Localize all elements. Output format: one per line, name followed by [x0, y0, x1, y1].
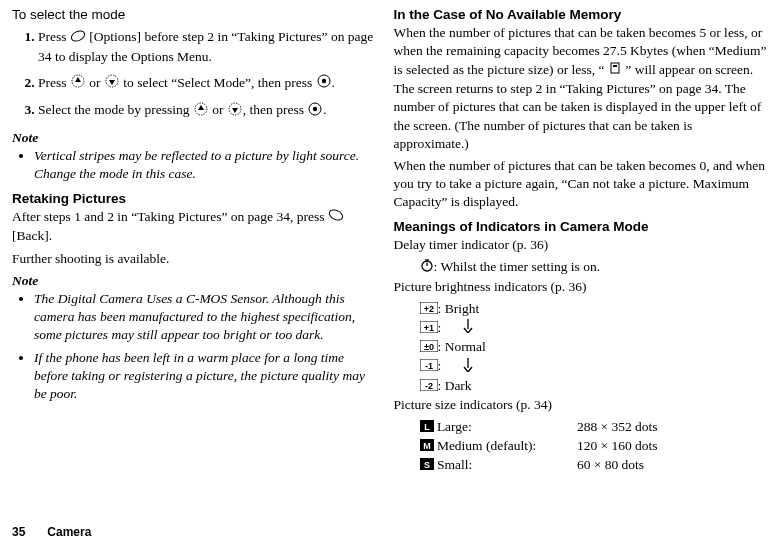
brightness-indicators: +2: Bright +1: ±0: Normal -1: -2: Dark	[394, 300, 768, 396]
nomem-p1: When the number of pictures that can be …	[394, 24, 768, 153]
svg-rect-10	[611, 63, 619, 73]
brightness-p2-icon: +2	[420, 301, 438, 319]
timer-icon	[420, 258, 434, 277]
bright-label-normal: : Normal	[438, 339, 486, 354]
softkey-right-icon	[70, 29, 86, 48]
note-heading-1: Note	[12, 129, 376, 147]
size-small-icon: S	[420, 457, 434, 475]
retake-p2: Further shooting is available.	[12, 250, 376, 268]
size-row-small: S Small:60 × 80 dots	[420, 456, 768, 475]
size-line: Picture size indicators (p. 34)	[394, 396, 768, 414]
svg-text:S: S	[423, 460, 429, 470]
size-medium-val: 120 × 160 dots	[577, 438, 658, 453]
brightness-0-icon: ±0	[420, 339, 438, 357]
section-name: Camera	[47, 525, 91, 539]
bright-row-m2: -2: Dark	[420, 377, 768, 396]
nomem-p2: When the number of pictures that can be …	[394, 157, 768, 212]
size-large-name: Large:	[437, 418, 577, 436]
step-1: Press [Options] before step 2 in “Taking…	[38, 28, 376, 66]
bright-label-mid2: :	[438, 358, 442, 373]
retaking-heading: Retaking Pictures	[12, 190, 376, 208]
bright-label-dark: : Dark	[438, 378, 472, 393]
svg-point-4	[321, 79, 325, 83]
svg-point-8	[313, 107, 317, 111]
size-large-icon: L	[420, 419, 434, 437]
brightness-m1-icon: -1	[420, 358, 438, 376]
svg-text:+1: +1	[423, 322, 433, 332]
step2-or: or	[86, 75, 104, 90]
indicators-heading: Meanings of Indicators in Camera Mode	[394, 218, 768, 236]
svg-point-9	[328, 208, 344, 222]
step-3: Select the mode by pressing or , then pr…	[38, 101, 376, 121]
retake-p1: After steps 1 and 2 in “Taking Pictures”…	[12, 208, 376, 246]
step3-text-c: .	[323, 102, 326, 117]
softkey-left-icon	[328, 208, 344, 227]
arrow-down-icon	[463, 358, 473, 377]
size-small-val: 60 × 80 dots	[577, 457, 644, 472]
note-list-1: Vertical stripes may be reflected to a p…	[12, 147, 376, 183]
note-list-2: The Digital Camera Uses a C-MOS Sensor. …	[12, 290, 376, 403]
svg-text:L: L	[424, 421, 430, 431]
size-medium-icon: M	[420, 438, 434, 456]
svg-text:-2: -2	[424, 380, 432, 390]
brightness-line: Picture brightness indicators (p. 36)	[394, 278, 768, 296]
note1-item: Vertical stripes may be reflected to a p…	[34, 147, 376, 183]
step2-text-c: .	[332, 75, 335, 90]
center-key-icon	[307, 102, 323, 121]
svg-text:+2: +2	[423, 303, 433, 313]
size-medium-name: Medium (default):	[437, 437, 577, 455]
nav-up-icon	[70, 74, 86, 93]
size-row-medium: M Medium (default):120 × 160 dots	[420, 437, 768, 456]
left-column: To select the mode Press [Options] befor…	[12, 6, 390, 520]
delay-line: Delay timer indicator (p. 36)	[394, 236, 768, 254]
svg-text:±0: ±0	[424, 342, 434, 352]
steps-list: Press [Options] before step 2 in “Taking…	[12, 28, 376, 121]
nav-up-icon	[193, 102, 209, 121]
size-row-large: L Large:288 × 352 dots	[420, 418, 768, 437]
brightness-m2-icon: -2	[420, 378, 438, 396]
memory-icon	[608, 61, 622, 80]
step2-text-b: to select “Select Mode”, then press	[120, 75, 316, 90]
note-heading-2: Note	[12, 272, 376, 290]
size-small-name: Small:	[437, 456, 577, 474]
bright-row-p2: +2: Bright	[420, 300, 768, 319]
retake-p1-b: [Back].	[12, 228, 52, 243]
bright-label-bright: : Bright	[438, 301, 480, 316]
nav-down-icon	[104, 74, 120, 93]
delay-desc: : Whilst the timer setting is on.	[434, 259, 601, 274]
note2a-item: The Digital Camera Uses a C-MOS Sensor. …	[34, 290, 376, 345]
svg-text:M: M	[423, 440, 431, 450]
step-2: Press or to select “Select Mode”, then p…	[38, 74, 376, 94]
page-content: To select the mode Press [Options] befor…	[0, 0, 777, 520]
svg-rect-11	[613, 65, 617, 67]
arrow-down-icon	[463, 319, 473, 338]
size-large-val: 288 × 352 dots	[577, 419, 658, 434]
size-indicators: L Large:288 × 352 dots M Medium (default…	[420, 418, 768, 475]
page-footer: 35Camera	[0, 520, 777, 540]
svg-point-0	[70, 29, 86, 43]
step3-or: or	[209, 102, 227, 117]
svg-text:-1: -1	[424, 361, 432, 371]
step1-text-b: [Options] before step 2 in “Taking Pictu…	[38, 29, 373, 64]
nav-down-icon	[227, 102, 243, 121]
right-column: In the Case of No Available Memory When …	[390, 6, 768, 520]
brightness-p1-icon: +1	[420, 320, 438, 338]
bright-row-p1: +1:	[420, 319, 768, 339]
bright-row-m1: -1:	[420, 357, 768, 377]
step3-text-a: Select the mode by pressing	[38, 102, 193, 117]
retake-p1-a: After steps 1 and 2 in “Taking Pictures”…	[12, 209, 328, 224]
bright-label-mid1: :	[438, 320, 442, 335]
nomem-heading: In the Case of No Available Memory	[394, 6, 768, 24]
center-key-icon	[316, 74, 332, 93]
bright-row-0: ±0: Normal	[420, 338, 768, 357]
note2b-item: If the phone has been left in a warm pla…	[34, 349, 376, 404]
step3-text-b: , then press	[243, 102, 308, 117]
step2-text-a: Press	[38, 75, 70, 90]
page-number: 35	[12, 525, 25, 539]
step1-text-a: Press	[38, 29, 70, 44]
select-mode-heading: To select the mode	[12, 6, 376, 24]
delay-indicator-row: : Whilst the timer setting is on.	[420, 258, 768, 278]
